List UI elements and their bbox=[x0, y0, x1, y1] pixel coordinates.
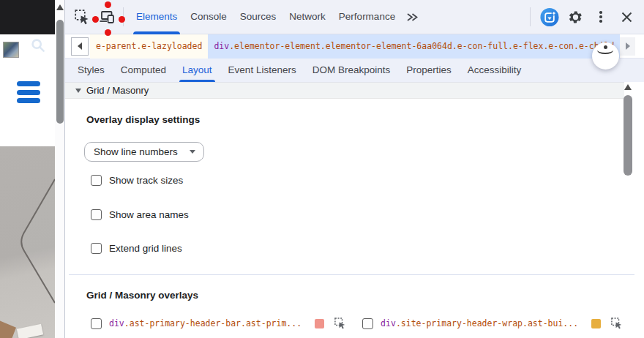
checkbox-label: Extend grid lines bbox=[109, 243, 182, 254]
breadcrumb: e-parent.e-lazyloaded div.elementor-elem… bbox=[65, 34, 644, 59]
devtools-panel: Elements Console Sources Network Perform… bbox=[64, 0, 644, 338]
tab-label: Console bbox=[190, 11, 227, 22]
checkbox[interactable] bbox=[91, 243, 102, 254]
kebab-menu-icon[interactable] bbox=[591, 7, 610, 26]
tab-label: Computed bbox=[121, 64, 166, 75]
overlay-selector[interactable]: div.ast-primary-header-bar.ast-prim... bbox=[109, 318, 302, 328]
chevron-down-icon bbox=[190, 150, 195, 154]
breadcrumb-item-selected[interactable]: div.elementor-element.elementor-element-… bbox=[208, 34, 620, 59]
tab-label: Layout bbox=[182, 64, 212, 75]
forward-arrow-icon bbox=[626, 42, 630, 50]
scroll-up-arrow[interactable] bbox=[56, 4, 64, 10]
tab-label: DOM Breakpoints bbox=[312, 64, 391, 75]
tab-sources[interactable]: Sources bbox=[233, 0, 283, 34]
section-divider bbox=[69, 274, 634, 275]
line-numbers-dropdown[interactable]: Show line numbers bbox=[84, 142, 204, 162]
grid-overlays-title: Grid / Masonry overlays bbox=[86, 290, 198, 301]
pane-scroll-up-arrow[interactable] bbox=[624, 84, 632, 90]
checkbox[interactable] bbox=[91, 209, 102, 220]
tab-network[interactable]: Network bbox=[282, 0, 332, 34]
floating-assistant-icon[interactable] bbox=[592, 42, 619, 70]
overlay-checkbox[interactable] bbox=[362, 318, 373, 329]
annotation-dot-right bbox=[119, 16, 125, 23]
tab-label: Event Listeners bbox=[228, 64, 296, 75]
tab-label: Performance bbox=[339, 11, 395, 22]
search-icon[interactable] bbox=[31, 38, 45, 56]
overlay-color-swatch[interactable] bbox=[591, 319, 601, 328]
tab-label: Network bbox=[289, 11, 326, 22]
back-arrow-icon bbox=[78, 42, 82, 50]
selector-tag: div bbox=[109, 318, 124, 328]
hamburger-menu-icon[interactable] bbox=[17, 81, 40, 107]
tab-computed[interactable]: Computed bbox=[113, 59, 174, 82]
tab-label: Accessibility bbox=[468, 64, 522, 75]
extension-capture-icon[interactable] bbox=[540, 7, 559, 26]
inspect-element-icon[interactable] bbox=[72, 7, 91, 26]
checkbox-show-area-names[interactable]: Show area names bbox=[91, 209, 189, 220]
tab-event-listeners[interactable]: Event Listeners bbox=[220, 59, 304, 82]
collapse-triangle-icon bbox=[75, 89, 81, 93]
devtools-toolbar: Elements Console Sources Network Perform… bbox=[65, 0, 644, 34]
select-element-icon[interactable] bbox=[611, 318, 623, 329]
grid-overlays-list: div.ast-primary-header-bar.ast-prim... d… bbox=[91, 318, 623, 329]
tab-label: Sources bbox=[240, 11, 277, 22]
selector-classes: .ast-primary-header-bar.ast-prim... bbox=[124, 318, 302, 328]
page-scrollbar-thumb[interactable] bbox=[56, 20, 64, 124]
dropdown-value: Show line numbers bbox=[94, 146, 178, 157]
checkbox-label: Show area names bbox=[109, 209, 189, 220]
tab-label: Styles bbox=[78, 64, 105, 75]
layout-pane-content: Overlay display settings Show line numbe… bbox=[65, 99, 644, 338]
tab-label: Elements bbox=[136, 11, 177, 22]
overlay-settings-title: Overlay display settings bbox=[86, 114, 200, 125]
toolbar-separator bbox=[530, 7, 531, 26]
checkbox[interactable] bbox=[91, 175, 102, 186]
selector-classes: .elementor-element.elementor-element-6aa… bbox=[229, 41, 614, 51]
overlay-color-swatch[interactable] bbox=[315, 319, 324, 328]
tab-label: Properties bbox=[406, 64, 452, 75]
overlay-selector[interactable]: div.site-primary-header-wrap.ast-bui... bbox=[381, 318, 578, 328]
select-element-icon[interactable] bbox=[334, 318, 346, 329]
tab-dom-breakpoints[interactable]: DOM Breakpoints bbox=[304, 59, 399, 82]
page-top-banner bbox=[0, 0, 55, 34]
screenshot-root: Elements Console Sources Network Perform… bbox=[0, 0, 644, 338]
selector-tag: div bbox=[214, 41, 229, 51]
tab-accessibility[interactable]: Accessibility bbox=[460, 59, 530, 82]
grid-masonry-section-header[interactable]: Grid / Masonry bbox=[65, 82, 624, 99]
more-tabs-icon[interactable] bbox=[402, 7, 421, 26]
page-logo-thumbnail[interactable] bbox=[3, 42, 19, 58]
annotation-dot-top bbox=[105, 1, 111, 8]
tab-styles[interactable]: Styles bbox=[70, 59, 113, 82]
tab-performance[interactable]: Performance bbox=[332, 0, 402, 34]
annotation-dot-left bbox=[92, 16, 99, 23]
close-devtools-icon[interactable] bbox=[617, 7, 636, 26]
checkbox-show-track-sizes[interactable]: Show track sizes bbox=[91, 175, 183, 186]
section-title: Grid / Masonry bbox=[86, 85, 149, 96]
annotation-dot-bottom bbox=[105, 29, 111, 36]
breadcrumb-back-button[interactable] bbox=[71, 37, 89, 56]
breadcrumb-item-parent[interactable]: e-parent.e-lazyloaded bbox=[90, 34, 208, 59]
sidebar-pane-tabs: Styles Computed Layout Event Listeners D… bbox=[65, 59, 644, 82]
tab-properties[interactable]: Properties bbox=[398, 59, 460, 82]
page-photo bbox=[0, 146, 55, 338]
pane-scrollbar-thumb[interactable] bbox=[624, 95, 632, 176]
selector-classes: .site-primary-header-wrap.ast-bui... bbox=[396, 318, 578, 328]
toggle-device-toolbar-icon[interactable] bbox=[98, 7, 117, 26]
settings-gear-icon[interactable] bbox=[566, 7, 585, 26]
tab-layout[interactable]: Layout bbox=[174, 59, 220, 82]
crumb-text: e-parent.e-lazyloaded bbox=[96, 41, 202, 51]
checkbox-extend-grid-lines[interactable]: Extend grid lines bbox=[91, 243, 182, 254]
tab-elements[interactable]: Elements bbox=[130, 0, 184, 34]
browser-page-strip bbox=[0, 0, 64, 338]
breadcrumb-forward-button[interactable] bbox=[620, 37, 635, 56]
selector-tag: div bbox=[381, 318, 396, 328]
overlay-checkbox[interactable] bbox=[91, 318, 102, 329]
checkbox-label: Show track sizes bbox=[109, 175, 183, 186]
tab-console[interactable]: Console bbox=[184, 0, 233, 34]
